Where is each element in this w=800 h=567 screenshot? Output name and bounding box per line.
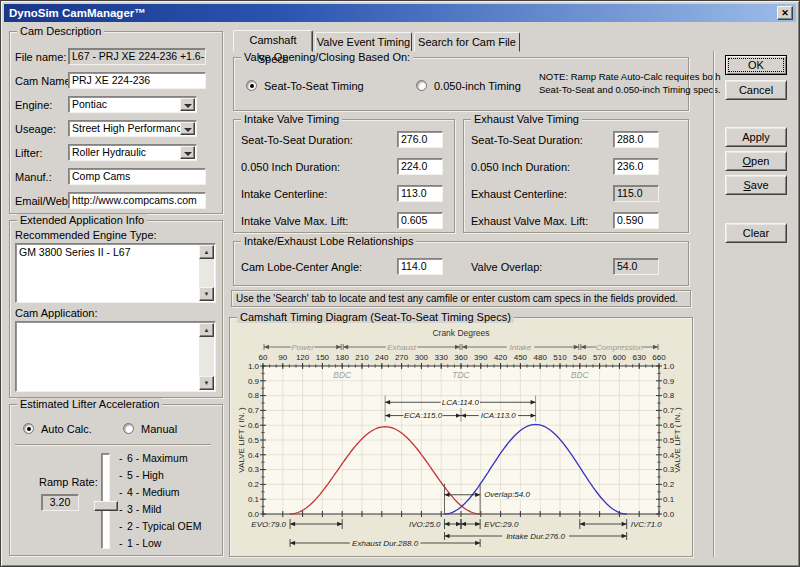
scroll-down-icon[interactable]: ▼ xyxy=(199,376,214,390)
tick-mark: - xyxy=(119,537,127,549)
auto-calc-radio[interactable] xyxy=(23,423,34,434)
intake-sts-duration-input[interactable]: 276.0 xyxy=(397,131,443,148)
ok-button[interactable]: OK xyxy=(725,55,787,75)
extended-info-title: Extended Application Info xyxy=(17,214,147,226)
cam-name-label: Cam Name: xyxy=(15,75,74,87)
intake-centerline-label: Intake Centerline: xyxy=(241,188,327,200)
tick-mark: - xyxy=(119,503,127,515)
tab-camshaft-specs[interactable]: Camshaft Specs xyxy=(233,30,313,52)
tab-search-for-cam-file[interactable]: Search for Cam File xyxy=(414,32,520,52)
valve-overlap-label: Valve Overlap: xyxy=(471,261,542,273)
svg-text:1.0: 1.0 xyxy=(248,362,260,371)
slider-tick-3: -3 - Mild xyxy=(119,503,161,515)
svg-text:210: 210 xyxy=(355,353,369,362)
useage-label: Useage: xyxy=(15,123,56,135)
manuf-label: Manuf.: xyxy=(15,171,52,183)
titlebar[interactable]: DynoSim CamManager™ ✕ xyxy=(4,4,796,22)
ramp-rate-slider-thumb[interactable] xyxy=(94,501,118,511)
tick-mark: - xyxy=(119,469,127,481)
svg-text:150: 150 xyxy=(316,353,330,362)
lobe-center-angle-input[interactable]: 114.0 xyxy=(397,258,443,275)
inch-timing-radio[interactable] xyxy=(416,80,427,91)
svg-text:Compression: Compression xyxy=(596,343,644,352)
apply-button[interactable]: Apply xyxy=(725,127,787,147)
exhaust-sts-duration-label: Seat-To-Seat Duration: xyxy=(471,134,583,146)
engine-type-value: GM 3800 Series II - L67 xyxy=(19,246,130,258)
svg-text:Intake: Intake xyxy=(510,343,532,352)
engine-type-textarea[interactable]: GM 3800 Series II - L67 ▲ ▼ xyxy=(15,243,216,303)
svg-text:VALVE LIFT ( IN. ): VALVE LIFT ( IN. ) xyxy=(673,407,682,473)
email-web-input[interactable]: http://www.compcams.com xyxy=(68,192,206,209)
intake-centerline-input[interactable]: 113.0 xyxy=(397,185,443,202)
slider-tick-4: -4 - Medium xyxy=(119,486,180,498)
svg-text:60: 60 xyxy=(259,353,268,362)
intake-050-duration-input[interactable]: 224.0 xyxy=(397,158,443,175)
save-button[interactable]: Save xyxy=(725,175,787,195)
chevron-down-icon[interactable] xyxy=(180,146,195,159)
svg-text:TDC: TDC xyxy=(452,370,470,380)
svg-text:IVO:25.0: IVO:25.0 xyxy=(409,520,441,529)
svg-text:Intake Dur.276.0: Intake Dur.276.0 xyxy=(506,532,565,541)
exhaust-timing-title: Exhaust Valve Timing xyxy=(471,113,582,125)
lobe-relationships-title: Intake/Exhaust Lobe Relationships xyxy=(241,235,416,247)
exhaust-050-duration-input[interactable]: 236.0 xyxy=(613,158,659,175)
exhaust-050-duration-label: 0.050 Inch Duration: xyxy=(471,161,570,173)
exhaust-max-lift-input[interactable]: 0.590 xyxy=(613,212,659,229)
tab-valve-event-timing[interactable]: Valve Event Timing xyxy=(315,32,412,52)
open-button[interactable]: Open xyxy=(725,151,787,171)
auto-calc-note-line1: NOTE: Ramp Rate Auto-Calc requires both xyxy=(539,71,721,82)
clear-button[interactable]: Clear xyxy=(725,223,787,243)
intake-max-lift-input[interactable]: 0.605 xyxy=(397,212,443,229)
engine-type-scrollbar[interactable]: ▲ ▼ xyxy=(199,245,214,301)
manuf-input[interactable]: Comp Cams xyxy=(68,168,206,185)
slider-tick-1: -1 - Low xyxy=(119,537,161,549)
camshaft-timing-diagram-group: Camshaft Timing Diagram (Seat-To-Seat Ti… xyxy=(229,317,693,557)
svg-text:0.2: 0.2 xyxy=(663,480,675,489)
svg-text:0.2: 0.2 xyxy=(248,480,260,489)
engine-type-label: Recommended Engine Type: xyxy=(15,229,157,241)
svg-text:ECA:115.0: ECA:115.0 xyxy=(404,411,443,420)
email-web-label: Email/Web: xyxy=(15,195,71,207)
tick-mark: - xyxy=(119,520,127,532)
cam-application-scrollbar[interactable]: ▲ ▼ xyxy=(199,323,214,390)
seat-to-seat-radio[interactable] xyxy=(246,80,257,91)
svg-text:510: 510 xyxy=(553,353,567,362)
useage-dropdown[interactable]: Street High Performance xyxy=(68,120,197,137)
exhaust-centerline-field: 115.0 xyxy=(613,185,659,202)
engine-dropdown[interactable]: Pontiac xyxy=(68,96,197,113)
chevron-down-icon[interactable] xyxy=(180,98,195,111)
file-name-field: L67 - PRJ XE 224-236 +1.6-1. xyxy=(68,48,206,65)
svg-text:0.5: 0.5 xyxy=(248,436,260,445)
svg-text:330: 330 xyxy=(435,353,449,362)
svg-text:0.8: 0.8 xyxy=(663,391,675,400)
lifter-dropdown[interactable]: Roller Hydraulic xyxy=(68,144,197,161)
cancel-button[interactable]: Cancel xyxy=(725,80,787,100)
svg-text:0.0: 0.0 xyxy=(663,510,675,519)
inch-timing-label: 0.050-inch Timing xyxy=(434,80,521,92)
camshaft-timing-chart: Crank DegreesPowerExhaustIntakeCompressi… xyxy=(235,326,687,552)
cam-application-textarea[interactable]: ▲ ▼ xyxy=(15,321,216,392)
svg-text:450: 450 xyxy=(514,353,528,362)
scroll-up-icon[interactable]: ▲ xyxy=(199,245,214,259)
engine-label: Engine: xyxy=(15,99,52,111)
slider-tick-5: -5 - High xyxy=(119,469,164,481)
close-icon[interactable]: ✕ xyxy=(777,6,793,20)
lifter-value: Roller Hydraulic xyxy=(72,146,146,158)
chart-title: Camshaft Timing Diagram (Seat-To-Seat Ti… xyxy=(237,311,514,323)
valve-overlap-field: 54.0 xyxy=(613,258,659,275)
scroll-down-icon[interactable]: ▼ xyxy=(199,287,214,301)
exhaust-centerline-label: Exhaust Centerline: xyxy=(471,188,567,200)
divider xyxy=(15,444,211,446)
seat-to-seat-label: Seat-To-Seat Timing xyxy=(264,80,364,92)
scroll-up-icon[interactable]: ▲ xyxy=(199,323,214,337)
slider-tick-2: -2 - Typical OEM xyxy=(119,520,202,532)
svg-text:EVC:29.0: EVC:29.0 xyxy=(484,520,519,529)
manual-radio[interactable] xyxy=(123,423,134,434)
chevron-down-icon[interactable] xyxy=(180,122,195,135)
svg-text:270: 270 xyxy=(395,353,409,362)
svg-text:0.1: 0.1 xyxy=(663,495,675,504)
manual-label: Manual xyxy=(141,423,177,435)
svg-text:90: 90 xyxy=(278,353,287,362)
exhaust-sts-duration-input[interactable]: 288.0 xyxy=(613,131,659,148)
cam-name-input[interactable]: PRJ XE 224-236 xyxy=(68,72,206,89)
